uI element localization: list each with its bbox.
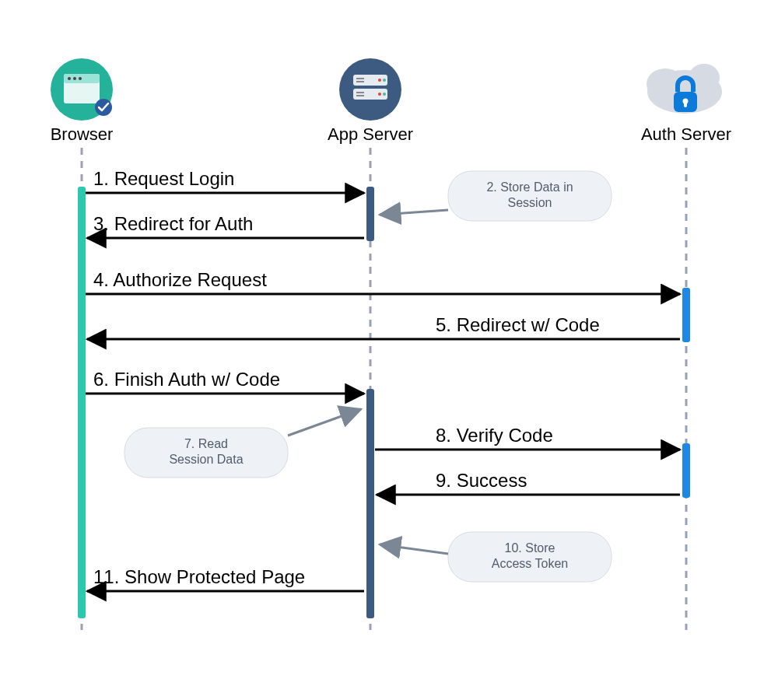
note-arrow-10	[380, 544, 448, 554]
activation-auth-server-bottom	[682, 443, 690, 498]
svg-rect-14	[356, 78, 364, 79]
note-store-token: 10. Store Access Token	[380, 532, 612, 582]
svg-text:Session: Session	[508, 196, 552, 209]
label-finish-auth: 6. Finish Auth w/ Code	[93, 369, 280, 390]
activation-auth-server-top	[682, 288, 690, 342]
activation-browser	[78, 187, 86, 618]
actor-app-server-label: App Server	[328, 124, 413, 144]
svg-text:10. Store: 10. Store	[505, 541, 555, 555]
activation-app-server-top	[366, 187, 374, 241]
svg-rect-8	[353, 75, 387, 86]
svg-rect-23	[684, 101, 687, 107]
svg-text:Session Data: Session Data	[169, 453, 243, 466]
label-verify-code: 8. Verify Code	[436, 425, 553, 446]
actor-auth-server: Auth Server	[641, 64, 731, 144]
svg-point-4	[73, 77, 76, 80]
label-request-login: 1. Request Login	[93, 168, 234, 189]
note-arrow-7	[288, 409, 361, 436]
svg-rect-15	[356, 81, 364, 82]
activation-app-server-bottom	[366, 389, 374, 618]
label-success: 9. Success	[436, 470, 527, 491]
svg-point-13	[383, 93, 386, 96]
label-redirect-auth: 3. Redirect for Auth	[93, 213, 253, 234]
svg-point-5	[79, 77, 82, 80]
svg-rect-17	[356, 95, 364, 96]
label-redirect-code: 5. Redirect w/ Code	[436, 314, 600, 335]
svg-text:2. Store Data in: 2. Store Data in	[486, 180, 573, 194]
svg-point-3	[68, 77, 71, 80]
actor-browser-label: Browser	[51, 124, 114, 144]
actor-browser: Browser	[51, 58, 114, 144]
svg-point-10	[378, 79, 381, 82]
svg-point-11	[383, 79, 386, 82]
label-show-page: 11. Show Protected Page	[93, 566, 305, 587]
actor-auth-server-label: Auth Server	[641, 124, 731, 144]
svg-text:7. Read: 7. Read	[184, 437, 228, 450]
note-arrow-2	[380, 210, 448, 215]
svg-text:Access Token: Access Token	[492, 557, 568, 570]
actor-app-server: App Server	[328, 58, 413, 144]
label-authorize-request: 4. Authorize Request	[93, 269, 267, 290]
svg-rect-9	[353, 89, 387, 100]
note-read-session: 7. Read Session Data	[124, 409, 361, 478]
note-store-session: 2. Store Data in Session	[380, 171, 612, 221]
svg-rect-16	[356, 92, 364, 93]
sequence-diagram: Browser App Server Auth Server	[0, 0, 778, 700]
svg-point-12	[378, 93, 381, 96]
